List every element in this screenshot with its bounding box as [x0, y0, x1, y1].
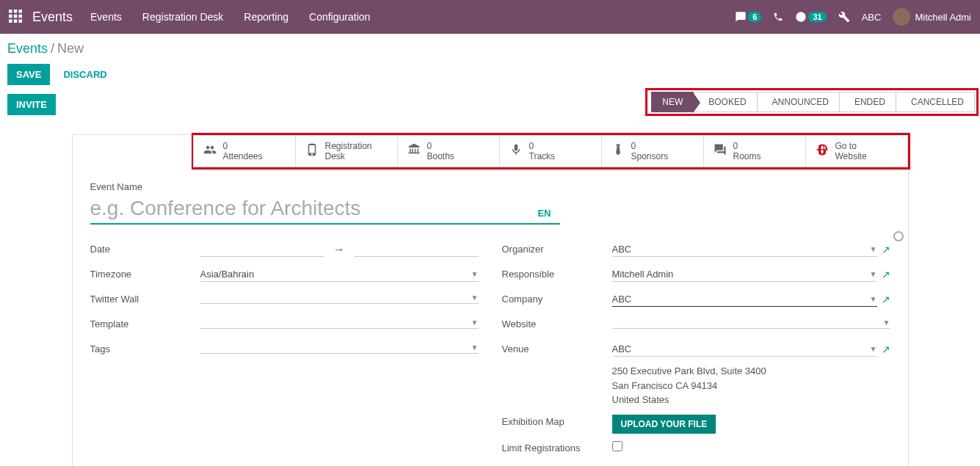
- bank-icon: [404, 143, 424, 160]
- timezone-select[interactable]: Asia/Bahrain▼: [200, 267, 479, 282]
- status-new[interactable]: NEW: [651, 92, 694, 112]
- messages-icon[interactable]: 6: [735, 11, 761, 23]
- venue-select[interactable]: ABC▼: [612, 342, 877, 357]
- tags-select[interactable]: ▼: [200, 342, 479, 354]
- arrow-icon: →: [333, 243, 345, 256]
- stat-rooms[interactable]: 0Rooms: [703, 135, 806, 167]
- responsible-external-link-icon[interactable]: ↗: [882, 269, 890, 280]
- invite-row: INVITE NEW BOOKED ANNOUNCED ENDED CANCEL…: [0, 90, 980, 120]
- svg-rect-1: [14, 10, 18, 13]
- website-select[interactable]: ▼: [612, 317, 890, 329]
- chevron-down-icon: ▼: [870, 295, 877, 303]
- date-label: Date: [90, 242, 200, 255]
- phone-icon[interactable]: [773, 12, 783, 22]
- svg-rect-2: [19, 10, 23, 13]
- twitter-select[interactable]: ▼: [200, 292, 479, 304]
- date-end-input[interactable]: [354, 242, 479, 257]
- app-title[interactable]: Events: [32, 10, 73, 25]
- svg-rect-7: [14, 20, 18, 23]
- company-external-link-icon[interactable]: ↗: [882, 294, 890, 305]
- status-booked[interactable]: BOOKED: [693, 92, 757, 112]
- chevron-down-icon: ▼: [471, 318, 479, 327]
- stat-attendees[interactable]: 0Attendees: [193, 135, 296, 167]
- chevron-down-icon: ▼: [471, 343, 479, 352]
- template-label: Template: [90, 317, 200, 330]
- activity-icon[interactable]: 31: [795, 11, 826, 23]
- lang-button[interactable]: EN: [529, 208, 559, 223]
- company-select[interactable]: ABC▼: [612, 292, 877, 307]
- status-cancelled[interactable]: CANCELLED: [896, 92, 975, 112]
- action-row: SAVE DISCARD: [0, 59, 980, 90]
- venue-external-link-icon[interactable]: ↗: [882, 343, 890, 355]
- menu-configuration[interactable]: Configuration: [309, 11, 370, 23]
- status-bar: NEW BOOKED ANNOUNCED ENDED CANCELLED: [645, 88, 979, 116]
- stat-booths[interactable]: 0Booths: [397, 135, 500, 167]
- left-column: Date → Timezone Asia/Bahrain▼: [90, 242, 479, 466]
- organizer-label: Organizer: [502, 242, 612, 255]
- breadcrumb-current: New: [57, 41, 84, 57]
- svg-rect-4: [14, 15, 18, 18]
- invite-button[interactable]: INVITE: [7, 94, 56, 115]
- discard-button[interactable]: DISCARD: [57, 64, 112, 85]
- stat-buttons: 0Attendees RegistrationDesk 0Booths 0Tra…: [192, 133, 910, 170]
- organizer-select[interactable]: ABC▼: [612, 242, 877, 257]
- menu-registration-desk[interactable]: Registration Desk: [142, 11, 224, 23]
- user-menu[interactable]: Mitchell Admi: [893, 8, 971, 26]
- chevron-down-icon: ▼: [870, 245, 877, 253]
- chevron-down-icon: ▼: [471, 270, 479, 278]
- debug-icon[interactable]: [838, 11, 850, 23]
- stat-website[interactable]: Go toWebsite: [805, 135, 908, 167]
- user-name: Mitchell Admi: [915, 12, 971, 23]
- organizer-external-link-icon[interactable]: ↗: [882, 244, 890, 255]
- website-label: Website: [502, 317, 612, 330]
- chevron-down-icon: ▼: [883, 318, 890, 327]
- status-ended[interactable]: ENDED: [839, 92, 896, 112]
- chat-icon: [710, 143, 730, 160]
- stat-tracks[interactable]: 0Tracks: [499, 135, 602, 167]
- avatar: [893, 8, 910, 26]
- menu-events[interactable]: Events: [90, 11, 122, 23]
- exhibition-label: Exhibition Map: [502, 415, 612, 427]
- activity-badge: 31: [808, 12, 826, 22]
- microphone-icon: [506, 143, 526, 160]
- breadcrumb-root[interactable]: Events: [7, 41, 48, 57]
- users-icon: [200, 143, 220, 160]
- responsible-select[interactable]: Mitchell Admin▼: [612, 267, 877, 282]
- messages-badge: 6: [748, 12, 761, 22]
- svg-rect-3: [9, 15, 12, 18]
- date-start-input[interactable]: [200, 242, 325, 257]
- timezone-label: Timezone: [90, 267, 200, 280]
- tags-label: Tags: [90, 342, 200, 354]
- right-column: Organizer ABC▼ ↗ Responsible Mitchell Ad…: [502, 242, 890, 466]
- topbar: Events Events Registration Desk Reportin…: [0, 0, 980, 34]
- save-button[interactable]: SAVE: [7, 64, 50, 85]
- upload-file-button[interactable]: UPLOAD YOUR FILE: [612, 415, 716, 434]
- limit-label: Limit Registrations: [502, 441, 612, 454]
- venue-label: Venue: [502, 342, 612, 354]
- globe-icon: [812, 143, 832, 160]
- template-select[interactable]: ▼: [200, 317, 479, 329]
- chevron-down-icon: ▼: [471, 294, 479, 302]
- svg-rect-0: [9, 10, 12, 13]
- stat-sponsors[interactable]: 0Sponsors: [601, 135, 704, 167]
- active-toggle[interactable]: [893, 231, 904, 241]
- limit-checkbox[interactable]: [612, 441, 623, 451]
- menu-reporting[interactable]: Reporting: [244, 11, 288, 23]
- svg-rect-6: [9, 20, 12, 23]
- chevron-down-icon: ▼: [870, 345, 877, 353]
- apps-icon[interactable]: [9, 10, 23, 24]
- svg-rect-5: [19, 15, 23, 18]
- event-name-input[interactable]: [90, 194, 529, 223]
- venue-address: 250 Executive Park Blvd, Suite 3400 San …: [612, 364, 890, 407]
- company-switcher[interactable]: ABC: [862, 12, 882, 23]
- stat-registration-desk[interactable]: RegistrationDesk: [295, 135, 398, 167]
- mobile-icon: [302, 143, 322, 160]
- svg-rect-8: [19, 20, 23, 23]
- company-label: Company: [502, 292, 612, 305]
- breadcrumb-sep: /: [51, 41, 54, 57]
- status-announced[interactable]: ANNOUNCED: [757, 92, 840, 112]
- event-name-label: Event Name: [90, 181, 890, 192]
- chevron-down-icon: ▼: [870, 270, 877, 278]
- tie-icon: [608, 143, 628, 160]
- twitter-label: Twitter Wall: [90, 292, 200, 305]
